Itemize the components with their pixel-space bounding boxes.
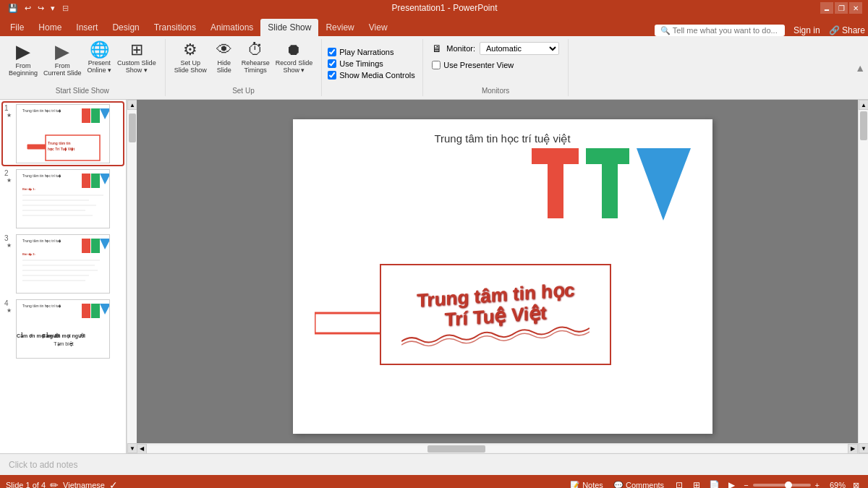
custom-show-btn[interactable]: ⊞ Custom SlideShow ▾ [114, 40, 159, 75]
use-timings-checkbox[interactable] [328, 59, 336, 68]
svg-text:Trung tâm tin học trí tuệ: Trung tâm tin học trí tuệ [22, 174, 61, 178]
svg-text:Trung tâm tin: Trung tâm tin [48, 141, 71, 145]
svg-rect-23 [91, 239, 100, 253]
rehearse-icon: ⏱ [247, 42, 263, 58]
ribbon-content: ▶ FromBeginning ▶ FromCurrent Slide 🌐 Pr… [0, 36, 868, 100]
scroll-thumb[interactable] [129, 114, 136, 142]
present-online-btn[interactable]: 🌐 PresentOnline ▾ [85, 40, 115, 75]
customize-quick-btn[interactable]: ▾ [48, 3, 57, 14]
comments-btn[interactable]: 💬 Comments [610, 480, 667, 489]
hide-slide-btn[interactable]: 👁 HideSlide [210, 40, 239, 75]
svg-text:Bài tập 3:: Bài tập 3: [22, 252, 35, 256]
svg-rect-33 [82, 304, 90, 318]
setup-show-btn[interactable]: ⚙ Set UpSlide Show [171, 40, 210, 75]
tab-home[interactable]: Home [31, 19, 69, 36]
tab-transitions[interactable]: Transitions [147, 19, 203, 36]
scroll-up-btn[interactable]: ▲ [127, 100, 137, 110]
main-scroll-up[interactable]: ▲ [859, 100, 868, 110]
main-scrollbar-right[interactable]: ▲ ▼ [858, 100, 868, 453]
playback-label [328, 85, 417, 88]
tab-design[interactable]: Design [105, 19, 146, 36]
svg-text:Trung tâm tin học trí tuệ: Trung tâm tin học trí tuệ [22, 239, 61, 243]
banner-inner: Trung tâm tin họcTrí Tuệ Việt [401, 278, 590, 351]
slide-sorter-btn[interactable]: ⊞ [689, 479, 705, 488]
tab-slideshow[interactable]: Slide Show [260, 19, 318, 36]
from-current-btn[interactable]: ▶ FromCurrent Slide [41, 40, 85, 78]
zoom-thumb[interactable] [785, 481, 792, 488]
record-icon: ⏺ [286, 42, 302, 58]
playback-group: Play Narrations Use Timings Show Media C… [322, 39, 423, 96]
ribbon-scroll-right[interactable]: ▲ [852, 39, 868, 96]
normal-view-btn[interactable]: ⊡ [671, 479, 687, 488]
slide-thumb-1[interactable]: 1 ★ Trung tâm tin học trí tuệ [3, 103, 123, 165]
zoom-slider[interactable] [753, 484, 811, 487]
reading-view-btn[interactable]: 📄 [706, 479, 722, 488]
notes-btn[interactable]: 📝 Notes [567, 480, 606, 489]
monitor-icon: 🖥 [432, 43, 442, 54]
svg-rect-11 [82, 174, 90, 188]
show-media-controls-checkbox[interactable] [328, 71, 336, 80]
tab-review[interactable]: Review [318, 19, 361, 36]
slide-thumb-3[interactable]: 3 ★ Trung tâm tin học trí tuệ Bài tập 3: [3, 233, 123, 295]
play-narrations-checkbox[interactable] [328, 48, 336, 56]
svg-rect-41 [586, 148, 629, 164]
zoom-plus[interactable]: + [815, 481, 820, 488]
rehearse-btn[interactable]: ⏱ RehearseTimings [239, 40, 273, 75]
slide-thumb-2[interactable]: 2 ★ Trung tâm tin học trí tuệ Bài tập 1: [3, 168, 123, 230]
play-narrations-label: Play Narrations [339, 48, 393, 56]
show-media-controls-label: Show Media Controls [339, 71, 415, 80]
svg-rect-3 [91, 108, 100, 123]
svg-rect-39 [532, 148, 579, 164]
tab-animations[interactable]: Animations [203, 19, 260, 36]
banner-box: Trung tâm tin họcTrí Tuệ Việt [380, 264, 611, 365]
app-title: Presentation1 - PowerPoint [69, 3, 820, 13]
main-scrollbar-bottom[interactable]: ◀ ▶ [137, 443, 858, 453]
slide-editing-area[interactable]: ▲ ▼ ◀ ▶ Trung tâm tin học trí tuệ việt [137, 100, 868, 453]
language-label: Vietnamese [63, 481, 105, 488]
restore-btn[interactable]: ❐ [835, 2, 848, 14]
svg-text:học Trí Tuệ Việt: học Trí Tuệ Việt [48, 147, 75, 151]
slide-edit-icon[interactable]: ✏ [50, 479, 59, 488]
sign-in-btn[interactable]: Sign in [793, 25, 820, 35]
monitors-group: 🖥 Monitor: Automatic Primary Monitor Use… [423, 39, 569, 96]
slideshow-view-btn[interactable]: ▶ [723, 479, 739, 488]
scroll-left-btn[interactable]: ◀ [137, 444, 147, 454]
tab-file[interactable]: File [3, 19, 31, 36]
main-area: 1 ★ Trung tâm tin học trí tuệ [0, 100, 868, 453]
h-scroll-track [147, 445, 848, 453]
presenter-view-checkbox[interactable] [432, 61, 441, 69]
monitor-label: Monitor: [446, 44, 475, 53]
start-slideshow-label: Start Slide Show [56, 84, 109, 95]
slide-canvas[interactable]: Trung tâm tin học trí tuệ việt [293, 119, 712, 434]
share-btn[interactable]: 🔗 Share [829, 25, 865, 35]
notes-placeholder: Click to add notes [9, 460, 77, 470]
scroll-down-btn[interactable]: ▼ [127, 443, 137, 453]
h-scroll-thumb[interactable] [427, 445, 485, 453]
tab-view[interactable]: View [362, 19, 395, 36]
zoom-minus[interactable]: − [744, 481, 748, 488]
main-scroll-down[interactable]: ▼ [859, 443, 868, 453]
slide-thumb-4[interactable]: 4 ★ Trung tâm tin học trí tuệ Cảm ơn mọi… [3, 298, 123, 360]
redo-quick-btn[interactable]: ↪ [35, 3, 46, 14]
setup-icon: ⚙ [183, 42, 197, 58]
scroll-right-btn[interactable]: ▶ [848, 444, 858, 454]
scroll-track [127, 110, 137, 443]
slide-panel-scrollbar[interactable]: ▲ ▼ [127, 100, 137, 453]
search-input[interactable] [655, 25, 785, 36]
notes-bar[interactable]: Click to add notes [0, 453, 868, 475]
comments-icon: 💬 [613, 481, 624, 489]
from-beginning-btn[interactable]: ▶ FromBeginning [6, 40, 41, 78]
title-bar: 💾 ↩ ↪ ▾ ⊟ Presentation1 - PowerPoint 🗕 ❐… [0, 0, 868, 16]
undo-quick-btn[interactable]: ↩ [22, 3, 33, 14]
svg-rect-34 [91, 304, 100, 318]
record-show-btn[interactable]: ⏺ Record SlideShow ▾ [273, 40, 316, 75]
monitor-select[interactable]: Automatic Primary Monitor [480, 42, 559, 55]
tab-insert[interactable]: Insert [69, 19, 105, 36]
fit-page-btn[interactable]: ⊠ [850, 480, 862, 489]
save-quick-btn[interactable]: 💾 [6, 3, 20, 14]
minimize-btn[interactable]: 🗕 [820, 2, 833, 14]
close-btn[interactable]: ✕ [849, 2, 862, 14]
monitors-label: Monitors [482, 84, 509, 95]
svg-rect-2 [82, 108, 90, 123]
main-scroll-thumb[interactable] [860, 111, 867, 140]
